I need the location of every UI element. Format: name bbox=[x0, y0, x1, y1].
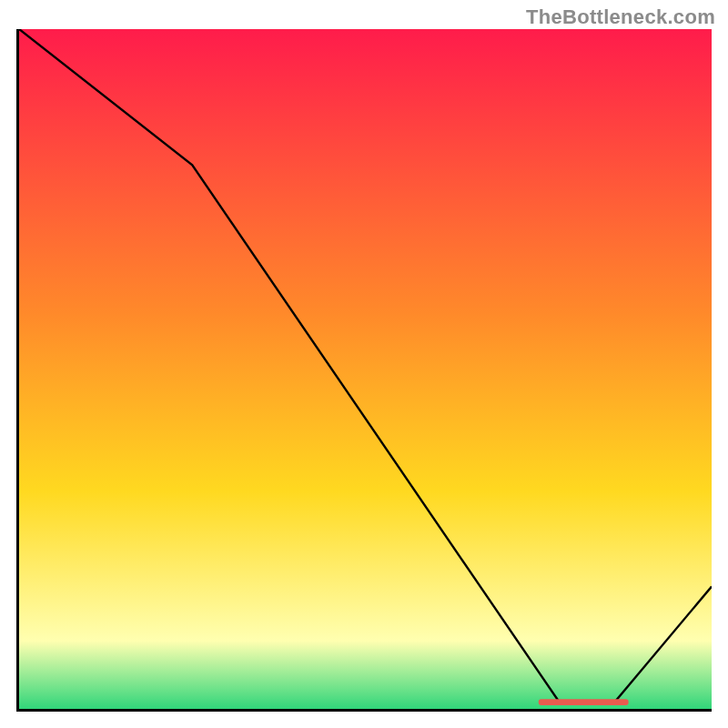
plot-area bbox=[19, 29, 712, 709]
optimal-marker bbox=[19, 29, 712, 709]
watermark-text: TheBottleneck.com bbox=[526, 5, 715, 29]
chart-container: TheBottleneck.com bbox=[0, 0, 728, 728]
svg-rect-1 bbox=[539, 699, 629, 705]
